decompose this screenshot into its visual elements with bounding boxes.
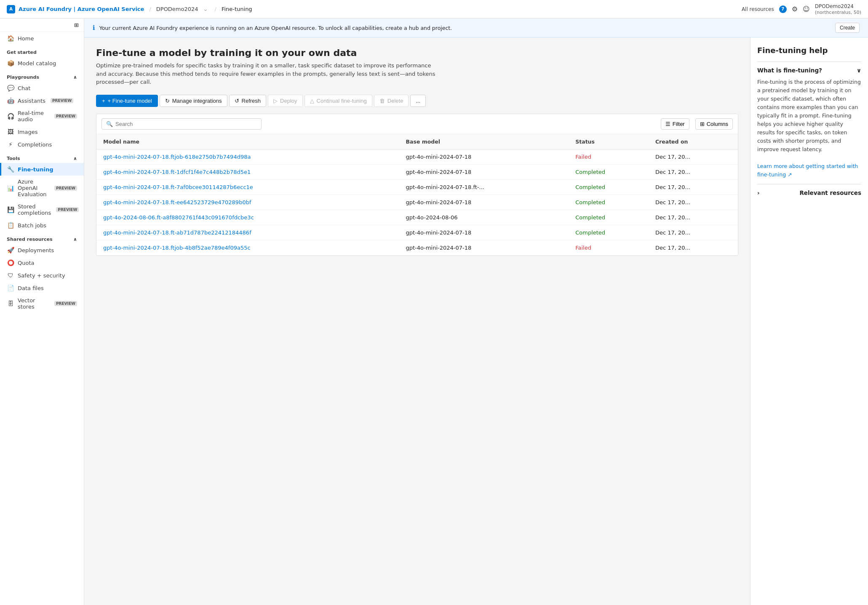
- help-section-relevant-resources: › Relevant resources: [757, 184, 861, 201]
- delete-button[interactable]: 🗑 Delete: [374, 95, 409, 107]
- fine-tuning-table-container: 🔍 ☰ Filter ⊞ Columns: [96, 114, 738, 256]
- nav-separator-1: /: [149, 6, 151, 12]
- sidebar-item-model-catalog[interactable]: 📦 Model catalog: [0, 57, 84, 69]
- cell-model-name[interactable]: gpt-4o-2024-08-06.ft-a8f8802761f443c0916…: [96, 210, 399, 225]
- tools-chevron: ∧: [73, 156, 77, 161]
- more-button[interactable]: ...: [410, 95, 426, 107]
- cell-model-name[interactable]: gpt-4o-mini-2024-07-18.ftjob-618e2750b7b…: [96, 149, 399, 164]
- sidebar-item-images[interactable]: 🖼 Images: [0, 125, 84, 138]
- manage-integrations-button[interactable]: ↻ Manage integrations: [160, 95, 227, 107]
- sidebar-item-azure-openai-eval[interactable]: 📊 Azure OpenAI Evaluation PREVIEW: [0, 176, 84, 200]
- help-section-what-is-header[interactable]: What is fine-tuning? ∨: [757, 67, 861, 74]
- help-learn-more-link[interactable]: Learn more about getting started with fi…: [757, 163, 858, 178]
- resource-count-badge: 7: [779, 5, 787, 13]
- cell-model-name[interactable]: gpt-4o-mini-2024-07-18.ft-1dfcf1f4e7c448…: [96, 164, 399, 179]
- cell-created-on: Dec 17, 20...: [649, 225, 738, 240]
- help-section-relevant-header[interactable]: › Relevant resources: [757, 189, 861, 196]
- filter-button[interactable]: ☰ Filter: [661, 118, 689, 130]
- cell-created-on: Dec 17, 20...: [649, 149, 738, 164]
- sidebar-item-stored-completions[interactable]: 💾 Stored completions PREVIEW: [0, 200, 84, 219]
- cell-model-name[interactable]: gpt-4o-mini-2024-07-18.ftjob-4b8f52ae789…: [96, 240, 399, 255]
- sidebar-item-deployments[interactable]: 🚀 Deployments: [0, 244, 84, 256]
- cell-status: Failed: [569, 240, 649, 255]
- model-name-link[interactable]: gpt-4o-mini-2024-07-18.ft-1dfcf1f4e7c448…: [103, 169, 251, 175]
- table-row: gpt-4o-2024-08-06.ft-a8f8802761f443c0916…: [96, 210, 738, 225]
- sidebar-playgrounds-header[interactable]: Playgrounds ∧: [0, 69, 84, 82]
- sidebar-assistants-label: Assistants: [18, 98, 45, 104]
- help-section-what-is-content: Fine-tuning is the process of optimizing…: [757, 79, 861, 152]
- sidebar-toggle-icon: ⊞: [74, 22, 79, 28]
- realtime-preview-badge: PREVIEW: [54, 114, 77, 119]
- cell-model-name[interactable]: gpt-4o-mini-2024-07-18.ft-ee642523729e47…: [96, 195, 399, 210]
- settings-icon[interactable]: ⚙: [792, 5, 798, 13]
- fine-tune-model-icon: +: [102, 98, 105, 104]
- model-name-link[interactable]: gpt-4o-mini-2024-07-18.ft-ab71d787be2241…: [103, 229, 251, 236]
- model-name-link[interactable]: gpt-4o-2024-08-06.ft-a8f8802761f443c0916…: [103, 214, 254, 221]
- brand-text: Azure AI Foundry | Azure OpenAI Service: [19, 6, 144, 12]
- sidebar: ⊞ 🏠 Home Get started 📦 Model catalog Pla…: [0, 19, 84, 605]
- model-name-link[interactable]: gpt-4o-mini-2024-07-18.ft-ee642523729e47…: [103, 199, 251, 205]
- table-row: gpt-4o-mini-2024-07-18.ft-ee642523729e47…: [96, 195, 738, 210]
- batch-jobs-icon: 📋: [7, 222, 14, 229]
- table-row: gpt-4o-mini-2024-07-18.ft-1dfcf1f4e7c448…: [96, 164, 738, 179]
- all-resources-label[interactable]: All resources: [742, 6, 774, 12]
- model-name-link[interactable]: gpt-4o-mini-2024-07-18.ft-7af0bcee301142…: [103, 184, 253, 190]
- help-section-relevant-chevron-right: ›: [757, 189, 760, 196]
- search-icon: 🔍: [106, 121, 113, 127]
- search-box[interactable]: 🔍: [101, 118, 262, 130]
- sidebar-item-fine-tuning[interactable]: 🔧 Fine-tuning: [0, 163, 84, 176]
- help-icon[interactable]: ☺: [803, 5, 810, 13]
- deploy-button[interactable]: ▷ Deploy: [268, 95, 302, 107]
- sidebar-item-quota[interactable]: ⭕ Quota: [0, 256, 84, 269]
- sidebar-item-data-files[interactable]: 📄 Data files: [0, 282, 84, 294]
- cell-created-on: Dec 17, 20...: [649, 240, 738, 255]
- sidebar-item-assistants[interactable]: 🤖 Assistants PREVIEW: [0, 94, 84, 107]
- cell-base-model: gpt-4o-mini-2024-07-18: [399, 225, 569, 240]
- cell-base-model: gpt-4o-mini-2024-07-18: [399, 195, 569, 210]
- sidebar-item-realtime-audio[interactable]: 🎧 Real-time audio PREVIEW: [0, 107, 84, 125]
- help-section-what-is-label: What is fine-tuning?: [757, 67, 822, 74]
- cell-model-name[interactable]: gpt-4o-mini-2024-07-18.ft-7af0bcee301142…: [96, 179, 399, 195]
- refresh-icon: ↺: [235, 98, 239, 104]
- sidebar-toggle[interactable]: ⊞: [0, 19, 84, 32]
- sidebar-item-home[interactable]: 🏠 Home: [0, 32, 84, 45]
- sidebar-tools-header[interactable]: Tools ∧: [0, 151, 84, 163]
- col-status: Status: [569, 134, 649, 149]
- cell-model-name[interactable]: gpt-4o-mini-2024-07-18.ft-ab71d787be2241…: [96, 225, 399, 240]
- nav-separator-2: /: [214, 6, 216, 12]
- sidebar-vector-stores-label: Vector stores: [18, 297, 49, 310]
- table-toolbar: 🔍 ☰ Filter ⊞ Columns: [96, 114, 738, 134]
- shared-resources-chevron: ∧: [73, 237, 77, 242]
- columns-button[interactable]: ⊞ Columns: [695, 118, 733, 130]
- sidebar-item-batch-jobs[interactable]: 📋 Batch jobs: [0, 219, 84, 232]
- sidebar-item-safety-security[interactable]: 🛡 Safety + security: [0, 269, 84, 282]
- create-button[interactable]: Create: [835, 23, 860, 33]
- sidebar-images-label: Images: [18, 129, 38, 135]
- continual-fine-tuning-button[interactable]: △ Continual fine-tuning: [304, 95, 372, 107]
- sidebar-get-started-header: Get started: [0, 45, 84, 57]
- vector-stores-icon: 🗄: [7, 300, 14, 307]
- page-toolbar: + + Fine-tune model ↻ Manage integration…: [96, 95, 738, 107]
- breadcrumb-workspace[interactable]: DPODemo2024: [156, 6, 198, 12]
- refresh-button[interactable]: ↺ Refresh: [229, 95, 267, 107]
- sidebar-shared-resources-header[interactable]: Shared resources ∧: [0, 232, 84, 244]
- search-input[interactable]: [115, 121, 257, 127]
- user-account[interactable]: DPODemo2024 (northcentralus, 50): [815, 3, 861, 15]
- fine-tuning-icon: 🔧: [7, 166, 14, 173]
- sidebar-item-chat[interactable]: 💬 Chat: [0, 82, 84, 94]
- model-name-link[interactable]: gpt-4o-mini-2024-07-18.ftjob-618e2750b7b…: [103, 154, 251, 160]
- fine-tune-model-button[interactable]: + + Fine-tune model: [96, 95, 158, 107]
- brand-logo[interactable]: A Azure AI Foundry | Azure OpenAI Servic…: [7, 5, 144, 13]
- col-model-name: Model name: [96, 134, 399, 149]
- sidebar-home-label: Home: [18, 35, 34, 42]
- page-description: Optimize pre-trained models for specific…: [96, 61, 441, 86]
- sidebar-item-completions[interactable]: ⚡ Completions: [0, 138, 84, 151]
- cell-status: Completed: [569, 210, 649, 225]
- cell-base-model: gpt-4o-mini-2024-07-18: [399, 164, 569, 179]
- continual-fine-tuning-label: Continual fine-tuning: [317, 98, 367, 104]
- sidebar-item-vector-stores[interactable]: 🗄 Vector stores PREVIEW: [0, 294, 84, 313]
- main-content: Fine-tune a model by training it on your…: [84, 37, 750, 605]
- model-name-link[interactable]: gpt-4o-mini-2024-07-18.ftjob-4b8f52ae789…: [103, 245, 251, 251]
- sidebar-realtime-label: Real-time audio: [18, 110, 49, 123]
- content-area: ℹ Your current Azure AI Foundry experien…: [84, 19, 868, 605]
